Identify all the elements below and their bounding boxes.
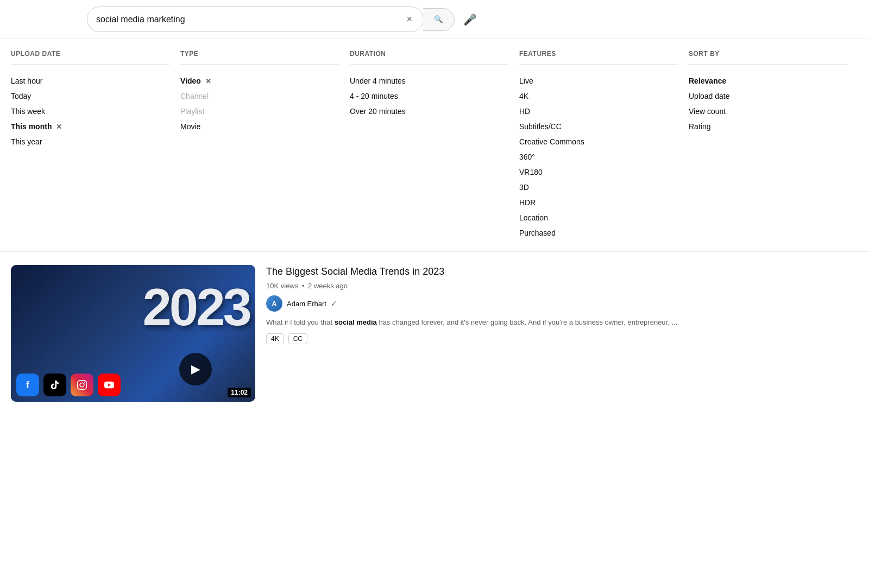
filter-under-4[interactable]: Under 4 minutes: [350, 73, 508, 88]
video-title[interactable]: The Biggest Social Media Trends in 2023: [266, 265, 858, 279]
tag-badges: 4K CC: [266, 333, 858, 344]
search-bar-wrapper: × 🔍 🎤: [0, 0, 869, 39]
filter-4k[interactable]: 4K: [519, 88, 678, 104]
filter-hd[interactable]: HD: [519, 104, 678, 119]
filter-this-week[interactable]: This week: [11, 104, 169, 119]
social-icons: f: [16, 374, 121, 396]
mic-icon: 🎤: [463, 14, 477, 26]
video-meta: 10K views • 2 weeks ago: [266, 282, 858, 290]
tag-4k: 4K: [266, 333, 284, 344]
filter-location[interactable]: Location: [519, 210, 678, 225]
thumbnail-background: 2023 f: [11, 265, 255, 402]
filter-relevance[interactable]: Relevance: [689, 73, 847, 88]
type-header: TYPE: [180, 50, 339, 65]
filter-playlist[interactable]: Playlist: [180, 104, 339, 119]
play-button-overlay[interactable]: ▶: [179, 353, 212, 385]
type-column: TYPE Video ✕ Channel Playlist Movie: [180, 50, 350, 241]
filter-this-year[interactable]: This year: [11, 134, 169, 149]
filter-vr180[interactable]: VR180: [519, 165, 678, 180]
video-duration-badge: 11:02: [228, 388, 251, 397]
filter-rating[interactable]: Rating: [689, 119, 847, 134]
filter-purchased[interactable]: Purchased: [519, 225, 678, 241]
channel-avatar: A: [266, 295, 282, 312]
description-start: What if I told you that: [266, 318, 335, 326]
video-card: 2023 f: [11, 265, 858, 402]
filter-subtitles[interactable]: Subtitles/CC: [519, 119, 678, 134]
filter-over-20[interactable]: Over 20 minutes: [350, 104, 508, 119]
mic-button[interactable]: 🎤: [463, 13, 477, 26]
instagram-icon: [71, 374, 93, 396]
filter-video[interactable]: Video ✕: [180, 73, 339, 88]
dot-separator: •: [302, 282, 305, 290]
filter-last-hour[interactable]: Last hour: [11, 73, 169, 88]
video-views: 10K views: [266, 282, 298, 290]
upload-date-header: UPLOAD DATE: [11, 50, 169, 65]
this-month-close-icon[interactable]: ✕: [56, 123, 62, 131]
filter-section: UPLOAD DATE Last hour Today This week Th…: [0, 39, 869, 252]
filter-channel[interactable]: Channel: [180, 88, 339, 104]
sort-by-header: SORT BY: [689, 50, 847, 65]
filter-movie[interactable]: Movie: [180, 119, 339, 134]
video-info: The Biggest Social Media Trends in 2023 …: [266, 265, 858, 402]
filter-4-20[interactable]: 4 - 20 minutes: [350, 88, 508, 104]
results-section: 2023 f: [0, 252, 869, 430]
filter-upload-date[interactable]: Upload date: [689, 88, 847, 104]
sort-by-column: SORT BY Relevance Upload date View count…: [689, 50, 858, 241]
channel-row: A Adam Erhart ✓: [266, 295, 858, 312]
video-description: What if I told you that social media has…: [266, 317, 858, 328]
filter-live[interactable]: Live: [519, 73, 678, 88]
search-submit-button[interactable]: 🔍: [423, 8, 455, 31]
tag-cc: CC: [288, 333, 307, 344]
description-end: has changed forever, and it's never goin…: [377, 318, 677, 326]
video-uploaded: 2 weeks ago: [308, 282, 348, 290]
search-bar: ×: [87, 7, 424, 32]
facebook-icon: f: [16, 374, 39, 396]
filter-3d[interactable]: 3D: [519, 180, 678, 195]
video-label: Video: [180, 77, 201, 85]
search-input[interactable]: [96, 15, 404, 24]
features-column: FEATURES Live 4K HD Subtitles/CC Creativ…: [519, 50, 689, 241]
filter-360[interactable]: 360°: [519, 149, 678, 165]
filter-view-count[interactable]: View count: [689, 104, 847, 119]
search-icon: 🔍: [434, 15, 443, 23]
verified-icon: ✓: [331, 299, 337, 308]
duration-header: DURATION: [350, 50, 508, 65]
filter-columns: UPLOAD DATE Last hour Today This week Th…: [11, 50, 858, 241]
features-header: FEATURES: [519, 50, 678, 65]
filter-today[interactable]: Today: [11, 88, 169, 104]
tiktok-icon: [43, 374, 66, 396]
description-bold: social media: [335, 318, 377, 326]
youtube-icon: [98, 374, 121, 396]
filter-this-month[interactable]: This month ✕: [11, 119, 169, 134]
this-month-label: This month: [11, 122, 52, 131]
search-clear-button[interactable]: ×: [404, 11, 414, 27]
upload-date-column: UPLOAD DATE Last hour Today This week Th…: [11, 50, 180, 241]
filter-hdr[interactable]: HDR: [519, 195, 678, 210]
channel-name[interactable]: Adam Erhart: [287, 300, 326, 308]
thumb-year: 2023: [142, 281, 250, 333]
video-close-icon[interactable]: ✕: [205, 77, 211, 85]
video-thumbnail[interactable]: 2023 f: [11, 265, 255, 402]
filter-creative-commons[interactable]: Creative Commons: [519, 134, 678, 149]
duration-column: DURATION Under 4 minutes 4 - 20 minutes …: [350, 50, 519, 241]
